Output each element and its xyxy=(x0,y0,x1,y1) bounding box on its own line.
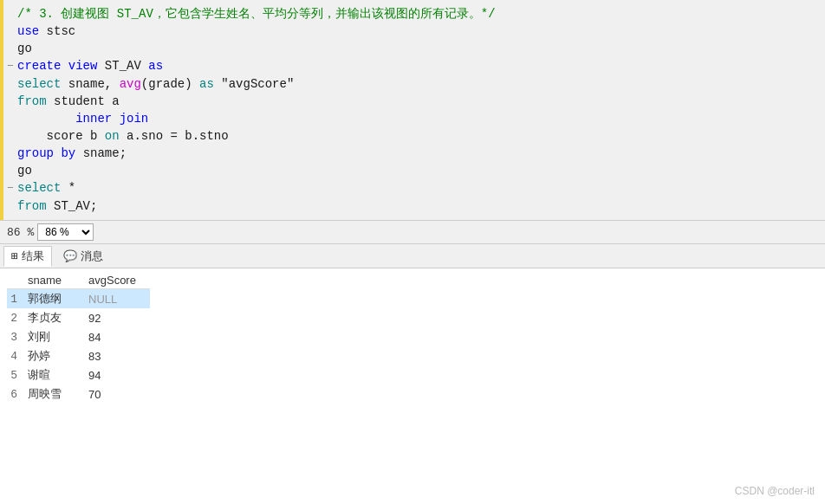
cell-sname: 郭德纲 xyxy=(24,289,85,309)
fold-marker[interactable]: − xyxy=(3,179,17,197)
code-content: go xyxy=(17,162,822,179)
result-table-container[interactable]: sname avgScore 1郭德纲NULL2李贞友923刘刚844孙婷835… xyxy=(0,268,825,504)
cell-sname: 李贞友 xyxy=(24,308,85,327)
code-line: from ST_AV; xyxy=(0,197,825,215)
tab-label-results: 结果 xyxy=(22,249,44,264)
fold-marker xyxy=(3,23,17,23)
row-number: 5 xyxy=(7,365,24,384)
table-row[interactable]: 4孙婷83 xyxy=(7,346,150,365)
cell-sname: 谢暄 xyxy=(24,365,85,384)
cell-avgScore: 84 xyxy=(85,327,150,346)
fold-marker xyxy=(3,93,17,94)
table-row[interactable]: 1郭德纲NULL xyxy=(7,289,150,309)
code-line: inner join xyxy=(0,110,825,127)
fold-marker xyxy=(3,145,17,145)
code-content: from student a xyxy=(17,93,822,110)
code-content: go xyxy=(17,40,822,57)
code-content: from ST_AV; xyxy=(17,197,822,215)
col-header-avgScore: avgScore xyxy=(85,272,150,289)
tab-icon-results: ⊞ xyxy=(11,249,18,263)
table-header: sname avgScore xyxy=(7,272,150,289)
cell-avgScore: NULL xyxy=(85,289,150,309)
tab-label-messages: 消息 xyxy=(81,249,103,264)
code-content: inner join xyxy=(17,110,822,127)
cell-avgScore: 70 xyxy=(85,384,150,404)
code-content: group by sname; xyxy=(17,145,822,162)
results-wrapper: ⊞结果💬消息 sname avgScore 1郭德纲NULL2李贞友923刘刚8… xyxy=(0,244,825,504)
col-header-sname: sname xyxy=(24,272,85,289)
fold-marker xyxy=(3,162,17,163)
table-row[interactable]: 3刘刚84 xyxy=(7,327,150,346)
fold-marker[interactable]: − xyxy=(3,57,17,75)
code-editor: /* 3. 创建视图 ST_AV，它包含学生姓名、平均分等列，并输出该视图的所有… xyxy=(0,0,825,221)
tab-results[interactable]: ⊞结果 xyxy=(3,246,52,267)
code-content: score b on a.sno = b.stno xyxy=(17,127,822,145)
watermark: CSDN @coder-itl xyxy=(735,485,815,497)
code-content: select sname, avg(grade) as "avgScore" xyxy=(17,75,822,93)
cell-avgScore: 94 xyxy=(85,365,150,384)
tab-bar: ⊞结果💬消息 xyxy=(0,244,825,268)
zoom-dropdown[interactable]: 86 % 100 % xyxy=(37,223,94,241)
zoom-level-label: 86 % xyxy=(7,226,34,239)
row-number: 6 xyxy=(7,384,24,404)
code-line: select sname, avg(grade) as "avgScore" xyxy=(0,75,825,93)
table-body: 1郭德纲NULL2李贞友923刘刚844孙婷835谢暄946周映雪70 xyxy=(7,289,150,404)
code-line: −create view ST_AV as xyxy=(0,57,825,75)
table-row[interactable]: 2李贞友92 xyxy=(7,308,150,327)
row-num-header xyxy=(7,272,24,289)
result-table: sname avgScore 1郭德纲NULL2李贞友923刘刚844孙婷835… xyxy=(7,272,150,404)
code-content: select * xyxy=(17,179,822,197)
cell-sname: 刘刚 xyxy=(24,327,85,346)
code-line: go xyxy=(0,162,825,179)
fold-marker xyxy=(3,5,17,6)
code-content: create view ST_AV as xyxy=(17,57,822,74)
cell-avgScore: 92 xyxy=(85,308,150,327)
fold-marker xyxy=(3,127,17,128)
fold-marker xyxy=(3,40,17,41)
row-number: 4 xyxy=(7,346,24,365)
row-number: 3 xyxy=(7,327,24,346)
table-row[interactable]: 6周映雪70 xyxy=(7,384,150,404)
code-line: −select * xyxy=(0,179,825,197)
cell-sname: 孙婷 xyxy=(24,346,85,365)
fold-marker xyxy=(3,197,17,198)
fold-marker xyxy=(3,75,17,76)
code-content: use stsc xyxy=(17,23,822,40)
code-line: group by sname; xyxy=(0,145,825,162)
code-line: go xyxy=(0,40,825,57)
tab-icon-messages: 💬 xyxy=(63,249,77,263)
cell-sname: 周映雪 xyxy=(24,384,85,404)
code-line: /* 3. 创建视图 ST_AV，它包含学生姓名、平均分等列，并输出该视图的所有… xyxy=(0,5,825,23)
zoom-bar: 86 % 86 % 100 % xyxy=(0,221,825,244)
code-line: use stsc xyxy=(0,23,825,40)
table-row[interactable]: 5谢暄94 xyxy=(7,365,150,384)
cell-avgScore: 83 xyxy=(85,346,150,365)
row-number: 1 xyxy=(7,289,24,309)
yellow-bar xyxy=(0,0,3,220)
row-number: 2 xyxy=(7,308,24,327)
fold-marker xyxy=(3,110,17,111)
code-line: score b on a.sno = b.stno xyxy=(0,127,825,145)
tab-messages[interactable]: 💬消息 xyxy=(55,246,111,267)
code-content: /* 3. 创建视图 ST_AV，它包含学生姓名、平均分等列，并输出该视图的所有… xyxy=(17,5,822,23)
code-line: from student a xyxy=(0,93,825,110)
